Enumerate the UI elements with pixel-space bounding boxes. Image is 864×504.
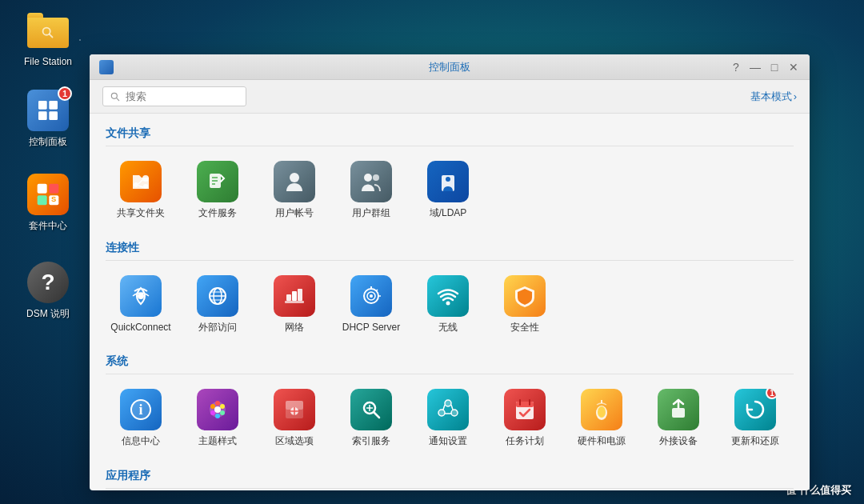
index-service-icon <box>350 389 392 430</box>
security-label: 安全性 <box>510 322 539 334</box>
desktop-icon-control-panel[interactable]: 1 控制面板 <box>16 88 80 149</box>
hardware-power-label: 硬件和电源 <box>578 435 626 448</box>
user-group-label: 用户群组 <box>352 207 390 220</box>
app-user-group[interactable]: 用户群组 <box>336 156 406 225</box>
search-icon <box>110 91 121 102</box>
dsm-help-label: DSM 说明 <box>26 308 70 321</box>
svg-point-26 <box>446 177 450 182</box>
app-info-center[interactable]: i 信息中心 <box>106 384 176 453</box>
notification-label: 通知设置 <box>429 435 467 448</box>
shared-folder-icon <box>120 161 162 202</box>
desktop-icon-package-center[interactable]: S 套件中心 <box>16 172 80 233</box>
app-theme[interactable]: 主题样式 <box>182 384 253 453</box>
svg-point-65 <box>451 410 458 416</box>
package-center-icon-img: S <box>26 172 70 217</box>
app-index-service[interactable]: 索引服务 <box>336 384 406 453</box>
app-update-restore[interactable]: 1 更新和还原 <box>720 384 790 453</box>
svg-point-52 <box>210 404 215 409</box>
section-connectivity: 连接性 QuickConnect <box>106 241 794 339</box>
file-station-icon-img <box>26 8 70 53</box>
network-icon <box>274 275 315 317</box>
desktop-icon-dsm-help[interactable]: ? DSM 说明 <box>16 260 80 321</box>
task-scheduler-icon <box>504 389 546 430</box>
window-title: 控制面板 <box>429 60 470 74</box>
search-input[interactable] <box>126 90 239 102</box>
app-network[interactable]: 网络 <box>259 270 330 339</box>
app-dhcp-server[interactable]: DHCP Server <box>336 270 406 339</box>
app-user-account[interactable]: 用户帐号 <box>259 156 330 225</box>
svg-point-27 <box>138 293 144 299</box>
section-application: 应用程序 权限 <box>106 469 794 490</box>
maximize-button[interactable]: □ <box>768 61 781 74</box>
desktop-icon-file-station[interactable]: File Station <box>16 8 80 69</box>
svg-point-47 <box>215 401 220 406</box>
close-button[interactable]: ✕ <box>787 61 800 74</box>
app-shared-folder[interactable]: 共享文件夹 <box>106 156 176 225</box>
system-grid: i 信息中心 <box>106 384 794 453</box>
app-notification[interactable]: 通知设置 <box>413 384 483 453</box>
quickconnect-label: QuickConnect <box>110 322 170 334</box>
domain-ldap-label: 域/LDAP <box>430 207 467 220</box>
svg-line-1 <box>50 34 53 38</box>
connectivity-grid: QuickConnect 外部访问 <box>106 270 794 339</box>
region-icon <box>274 389 315 430</box>
file-service-icon <box>197 161 238 202</box>
svg-line-67 <box>451 405 453 410</box>
info-center-icon: i <box>120 389 162 430</box>
app-external-device[interactable]: 外接设备 <box>643 384 714 453</box>
app-security[interactable]: 安全性 <box>490 270 560 339</box>
dhcp-server-label: DHCP Server <box>342 322 400 334</box>
svg-rect-70 <box>516 402 534 407</box>
window-controls: ? — □ ✕ <box>730 61 800 74</box>
app-file-service[interactable]: 文件服务 <box>182 156 253 225</box>
dsm-help-icon-img: ? <box>26 260 70 305</box>
mode-switch-button[interactable]: 基本模式 › <box>750 90 797 104</box>
section-system-title: 系统 <box>106 354 794 374</box>
control-panel-window: 控制面板 ? — □ ✕ 基本模式 › 文件共享 <box>90 54 810 490</box>
svg-line-66 <box>443 405 445 410</box>
svg-line-60 <box>374 413 380 418</box>
domain-ldap-icon <box>427 161 469 202</box>
svg-point-39 <box>370 294 373 298</box>
search-box[interactable] <box>102 86 246 106</box>
notification-badge: 1 <box>58 86 72 101</box>
svg-rect-3 <box>49 101 58 110</box>
control-panel-label: 控制面板 <box>29 136 67 149</box>
svg-point-49 <box>220 410 225 415</box>
network-label: 网络 <box>285 322 304 334</box>
svg-rect-7 <box>49 184 58 194</box>
toolbar: 基本模式 › <box>90 80 810 114</box>
external-device-icon <box>658 389 699 430</box>
hardware-power-icon <box>581 389 622 430</box>
wireless-icon <box>427 275 469 317</box>
app-wireless[interactable]: 无线 <box>413 270 483 339</box>
user-account-icon <box>274 161 315 202</box>
app-external-access[interactable]: 外部访问 <box>182 270 253 339</box>
svg-point-24 <box>373 174 379 181</box>
quickconnect-icon <box>120 275 162 317</box>
theme-label: 主题样式 <box>198 435 237 448</box>
app-domain-ldap[interactable]: 域/LDAP <box>413 156 483 225</box>
help-button[interactable]: ? <box>730 61 742 74</box>
svg-point-23 <box>364 174 372 182</box>
svg-rect-34 <box>292 291 297 301</box>
svg-point-50 <box>215 414 220 418</box>
app-region[interactable]: 区域选项 <box>259 384 330 453</box>
svg-point-13 <box>142 175 149 182</box>
update-restore-icon: 1 <box>734 389 776 430</box>
minimize-button[interactable]: — <box>749 61 762 74</box>
svg-point-64 <box>438 410 445 416</box>
user-group-icon <box>350 161 392 202</box>
svg-point-74 <box>598 406 606 418</box>
app-task-scheduler[interactable]: 任务计划 <box>490 384 560 453</box>
file-station-label: File Station <box>24 56 72 69</box>
svg-point-15 <box>143 184 148 189</box>
update-restore-label: 更新和还原 <box>731 435 779 448</box>
svg-rect-76 <box>672 408 685 418</box>
title-bar: 控制面板 ? — □ ✕ <box>90 54 810 80</box>
svg-point-22 <box>290 173 299 182</box>
svg-point-43 <box>446 301 450 305</box>
app-hardware-power[interactable]: 硬件和电源 <box>566 384 637 453</box>
app-quickconnect[interactable]: QuickConnect <box>106 270 176 339</box>
region-label: 区域选项 <box>275 435 314 448</box>
